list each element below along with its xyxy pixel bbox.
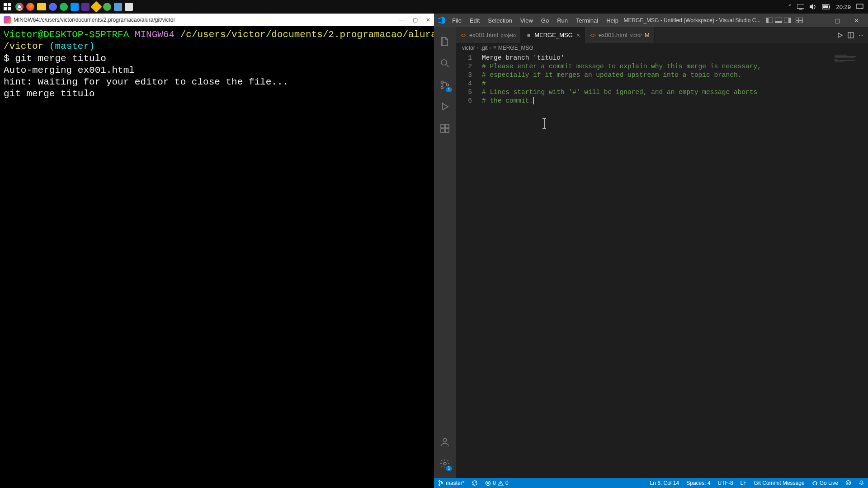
vscode-minimize-button[interactable]: — [810, 14, 826, 27]
app-icon-4[interactable] [125, 3, 133, 11]
vscode-maximize-button[interactable]: ▢ [829, 14, 845, 27]
status-bell[interactable] [855, 480, 868, 486]
svg-rect-8 [829, 6, 830, 8]
code-lines[interactable]: Merge branch 'titulo' # Please enter a c… [478, 53, 868, 478]
layout-right-icon[interactable] [784, 18, 791, 23]
debug-activity[interactable] [434, 96, 456, 117]
status-eol[interactable]: LF [737, 480, 750, 486]
menu-edit[interactable]: Edit [466, 15, 483, 26]
terminal-maximize-button[interactable]: ▢ [413, 17, 418, 23]
vscode-taskbar-icon[interactable] [71, 3, 79, 11]
scm-activity[interactable]: 1 [434, 74, 456, 96]
tab-ex001-projeto[interactable]: <> ex001.html projeto [456, 27, 521, 43]
prompt-sys: MINGW64 [135, 29, 175, 40]
window-title: MERGE_MSG - Untitled (Workspace) - Visua… [622, 17, 762, 23]
tray-expand-icon[interactable]: ˅ [788, 4, 792, 10]
vscode-logo-icon [438, 17, 445, 24]
breadcrumb[interactable]: victor › .git › ≡ MERGE_MSG [456, 43, 868, 53]
layout-left-icon[interactable] [766, 18, 773, 23]
app-icon-2[interactable] [103, 3, 111, 11]
status-branch[interactable]: master* [434, 478, 468, 488]
clock[interactable]: 20:29 [836, 4, 851, 10]
app-icon-3[interactable] [114, 3, 122, 11]
search-activity[interactable] [434, 52, 456, 74]
scm-badge: 1 [446, 87, 452, 92]
code-line: Merge branch 'titulo' [482, 54, 868, 62]
explorer-activity[interactable] [434, 31, 456, 52]
svg-rect-19 [445, 124, 449, 128]
svg-marker-6 [810, 4, 813, 10]
terminal-out3: git merge titulo [4, 89, 95, 99]
explorer-icon[interactable] [37, 3, 46, 10]
code-editor[interactable]: 123456 Merge branch 'titulo' # Please en… [456, 53, 868, 478]
svg-rect-5 [799, 9, 802, 9]
svg-rect-1 [8, 3, 11, 6]
terminal-cmd: $ git merge titulo [4, 53, 106, 64]
tab-label: MERGE_MSG [534, 32, 573, 38]
tab-merge-msg[interactable]: ≡ MERGE_MSG × [521, 27, 585, 43]
line-gutter: 123456 [456, 53, 478, 478]
discord-icon[interactable] [49, 3, 57, 11]
terminal-close-button[interactable]: ✕ [426, 17, 430, 23]
account-activity[interactable] [434, 431, 456, 453]
firefox-icon[interactable] [26, 3, 34, 11]
layout-controls [766, 18, 803, 23]
svg-rect-3 [8, 7, 11, 10]
volume-icon[interactable] [810, 4, 817, 10]
menu-file[interactable]: File [448, 15, 465, 26]
more-actions-icon[interactable]: ··· [859, 32, 863, 38]
status-spaces[interactable]: Spaces: 4 [683, 480, 714, 486]
status-encoding[interactable]: UTF-8 [714, 480, 737, 486]
prompt-path2: /victor [4, 41, 43, 52]
split-editor-icon[interactable] [848, 32, 854, 38]
menu-go[interactable]: Go [538, 15, 552, 26]
start-button[interactable] [2, 1, 13, 12]
svg-point-22 [443, 438, 447, 442]
battery-icon[interactable] [822, 4, 830, 9]
minimap[interactable] [832, 53, 868, 478]
terminal-minimize-button[interactable]: — [399, 17, 405, 23]
vscode-close-button[interactable]: ✕ [848, 14, 864, 27]
text-cursor-icon [544, 118, 545, 129]
layout-bottom-icon[interactable] [775, 18, 782, 23]
status-golive[interactable]: Go Live [808, 480, 842, 486]
status-cursor[interactable]: Ln 6, Col 14 [646, 480, 683, 486]
app-icon-1[interactable] [90, 1, 102, 12]
code-line: # [482, 80, 868, 88]
menu-run[interactable]: Run [553, 15, 571, 26]
svg-point-14 [441, 87, 443, 89]
vscode-titlebar[interactable]: File Edit Selection View Go Run Terminal… [434, 14, 868, 27]
terminal-body[interactable]: Victor@DESKTOP-S5PTRFA MINGW64 /c/users/… [0, 26, 434, 488]
tab-close-icon[interactable]: × [576, 32, 580, 39]
html-icon: <> [460, 32, 467, 38]
prompt-user: Victor@DESKTOP-S5PTRFA [4, 29, 129, 40]
extensions-activity[interactable] [434, 117, 456, 139]
breadcrumb-seg[interactable]: victor [462, 45, 475, 51]
tab-label: ex001.html [599, 32, 627, 38]
notifications-icon[interactable] [856, 4, 863, 10]
svg-point-37 [849, 482, 849, 483]
status-language[interactable]: Git Commit Message [750, 480, 808, 486]
visual-studio-icon[interactable] [81, 3, 90, 11]
status-sync[interactable] [468, 478, 481, 488]
modified-indicator: M [645, 32, 650, 38]
svg-point-11 [441, 60, 447, 65]
menu-view[interactable]: View [517, 15, 537, 26]
status-problems[interactable]: 0 0 [481, 478, 512, 488]
breadcrumb-seg[interactable]: MERGE_MSG [498, 45, 533, 51]
run-icon[interactable] [837, 32, 843, 38]
settings-activity[interactable]: 1 [434, 453, 456, 474]
chrome-icon[interactable] [15, 3, 24, 11]
tab-ex001-victor[interactable]: <> ex001.html victor M [585, 27, 655, 43]
svg-rect-0 [4, 3, 7, 6]
layout-grid-icon[interactable] [796, 18, 803, 23]
status-feedback[interactable] [842, 480, 855, 486]
code-line: # especially if it merges an updated ups… [482, 71, 868, 80]
terminal-titlebar[interactable]: MINGW64:/c/users/victor/documents/2.prog… [0, 14, 434, 26]
menu-terminal[interactable]: Terminal [572, 15, 602, 26]
menu-selection[interactable]: Selection [484, 15, 515, 26]
spotify-icon[interactable] [60, 3, 68, 11]
network-icon[interactable] [797, 4, 804, 9]
breadcrumb-seg[interactable]: .git [481, 45, 488, 51]
menu-help[interactable]: Help [603, 15, 622, 26]
